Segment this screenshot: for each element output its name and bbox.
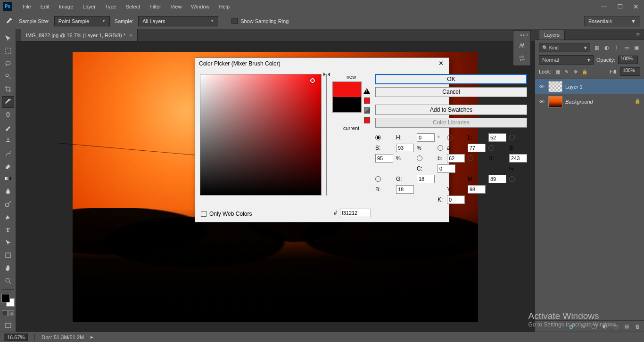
window-restore-button[interactable]: ❐ [612,0,628,13]
radio-g[interactable] [375,176,381,182]
panel-menu-icon[interactable]: ≣ [632,32,644,37]
layer-thumbnail[interactable] [548,81,562,92]
quick-select-tool[interactable] [2,70,14,82]
y-input[interactable] [468,185,486,194]
move-tool[interactable] [2,32,14,44]
color-swatch[interactable] [332,81,362,113]
lock-all-icon[interactable]: 🔒 [581,68,588,75]
saturation-value-field[interactable] [200,74,322,195]
radio-b2[interactable] [417,155,422,161]
adjustment-layer-icon[interactable]: ◐ [601,323,609,330]
window-close-button[interactable]: ✕ [628,0,644,13]
swap-icon[interactable] [517,53,527,64]
filter-adjust-icon[interactable]: ◐ [603,44,611,51]
collapsed-panel-dock[interactable]: ▸▸× [513,30,531,66]
eraser-tool[interactable] [2,160,14,171]
radio-bc[interactable] [509,176,515,182]
g-input[interactable] [417,175,435,183]
bc-input[interactable] [396,185,414,194]
menu-view[interactable]: View [166,2,187,11]
blur-tool[interactable] [2,186,14,197]
doc-info-menu-icon[interactable]: ▸ [91,334,93,340]
menu-file[interactable]: File [18,2,36,11]
lock-transparent-icon[interactable]: ▦ [554,68,561,75]
visibility-eye-icon[interactable]: 👁 [538,83,545,90]
c-input[interactable] [438,164,455,173]
menu-help[interactable]: Help [214,2,234,11]
menu-image[interactable]: Image [54,2,78,11]
filter-shape-icon[interactable]: ▭ [623,44,630,51]
b-input[interactable] [375,154,393,163]
visibility-eye-icon[interactable]: 👁 [538,98,545,106]
hand-tool[interactable] [2,262,14,274]
r-input[interactable] [509,154,527,163]
marquee-tool[interactable] [2,45,14,57]
lock-pixels-icon[interactable]: ✎ [563,68,570,75]
panel-collapse-controls[interactable]: ▸▸× [513,33,530,37]
tab-layers[interactable]: Layers [539,30,565,40]
h-input[interactable] [417,133,435,142]
layer-thumbnail[interactable] [548,96,562,107]
zoom-level[interactable]: 16.67% [4,334,28,341]
quick-mask-toggle[interactable] [2,310,14,316]
sample-size-select[interactable]: Point Sample ▼ [54,16,110,26]
m-input[interactable] [488,175,506,183]
radio-l[interactable] [447,135,453,140]
dodge-tool[interactable] [2,198,14,210]
screen-mode[interactable] [2,320,14,332]
fill-input[interactable]: 100% [620,67,640,76]
b2-input[interactable] [447,154,465,163]
hue-slider-thumb[interactable] [324,73,329,76]
zoom-tool[interactable] [2,275,14,287]
layer-item[interactable]: 👁 Layer 1 [535,79,644,94]
fg-bg-colors[interactable] [1,294,15,307]
a-input[interactable] [468,144,486,152]
document-tab[interactable]: IMG_8922.jpg @ 16.7% (Layer 1, RGB/8) * … [21,29,138,41]
only-web-colors[interactable]: Only Web Colors [201,211,252,217]
dialog-close-button[interactable]: ✕ [437,59,445,68]
hue-slider[interactable] [326,74,327,195]
lasso-tool[interactable] [2,57,14,69]
layer-item[interactable]: 👁 Background 🔒 [535,94,644,109]
brush-presets-icon[interactable] [517,40,527,50]
blend-mode-select[interactable]: Normal ▾ [539,55,594,65]
color-libraries-button[interactable]: Color Libraries [375,118,527,128]
menu-type[interactable]: Type [100,2,121,11]
new-group-icon[interactable]: 🗀 [612,323,619,330]
sample-select[interactable]: All Layers ▼ [138,16,218,26]
menu-layer[interactable]: Layer [78,2,100,11]
delete-layer-icon[interactable]: 🗑 [634,323,641,330]
link-layers-icon[interactable]: 🔗 [569,323,576,330]
menu-select[interactable]: Select [121,2,145,11]
gamut-fix-swatch[interactable] [364,98,370,104]
ok-button[interactable]: OK [375,74,527,84]
crop-tool[interactable] [2,83,14,95]
dialog-titlebar[interactable]: Color Picker (Mixer Brush Color) ✕ [195,58,449,69]
k-input[interactable] [447,195,465,204]
opacity-input[interactable]: 100% [618,56,638,64]
clone-stamp-tool[interactable] [2,134,14,146]
close-icon[interactable]: × [129,33,132,38]
radio-a[interactable] [438,145,443,151]
cancel-button[interactable]: Cancel [375,87,527,98]
add-to-swatches-button[interactable]: Add to Swatches [375,105,527,115]
new-layer-icon[interactable]: ▤ [623,323,630,330]
eyedropper-tool[interactable] [2,96,14,108]
radio-b[interactable] [488,145,494,151]
menu-edit[interactable]: Edit [36,2,54,11]
s-input[interactable] [396,144,414,152]
window-minimize-button[interactable]: — [596,0,612,13]
hex-input[interactable] [340,209,371,217]
path-select-tool[interactable] [2,236,14,248]
radio-h[interactable] [375,135,381,140]
workspace-switcher[interactable]: Essentials ▼ [584,16,640,26]
type-tool[interactable]: T [2,224,14,236]
websafe-warning-icon[interactable] [364,107,370,114]
layer-fx-icon[interactable]: fx [579,323,587,330]
shape-tool[interactable] [2,249,14,261]
gradient-tool[interactable] [2,173,14,185]
radio-s[interactable] [509,135,515,140]
history-brush-tool[interactable] [2,147,14,159]
filter-smart-icon[interactable]: ▣ [633,44,640,51]
filter-pixel-icon[interactable]: ▦ [593,44,601,51]
